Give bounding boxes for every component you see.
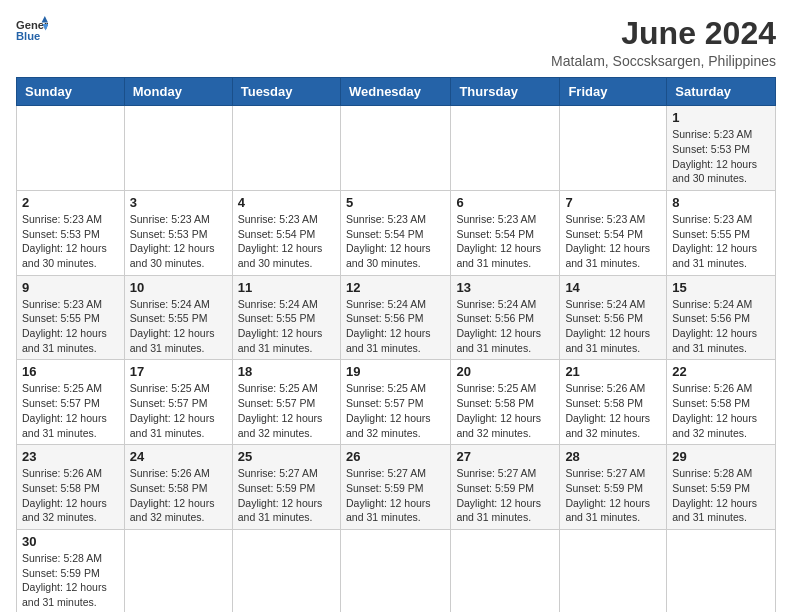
day-number: 9: [22, 280, 119, 295]
day-info: Sunrise: 5:28 AMSunset: 5:59 PMDaylight:…: [672, 466, 770, 525]
calendar-cell: [232, 529, 340, 612]
day-info: Sunrise: 5:26 AMSunset: 5:58 PMDaylight:…: [130, 466, 227, 525]
day-number: 11: [238, 280, 335, 295]
weekday-header-saturday: Saturday: [667, 78, 776, 106]
day-number: 23: [22, 449, 119, 464]
day-number: 25: [238, 449, 335, 464]
day-number: 10: [130, 280, 227, 295]
calendar-cell: 18Sunrise: 5:25 AMSunset: 5:57 PMDayligh…: [232, 360, 340, 445]
calendar-cell: 2Sunrise: 5:23 AMSunset: 5:53 PMDaylight…: [17, 190, 125, 275]
weekday-header-wednesday: Wednesday: [340, 78, 450, 106]
day-number: 17: [130, 364, 227, 379]
calendar-cell: [560, 529, 667, 612]
calendar-cell: 15Sunrise: 5:24 AMSunset: 5:56 PMDayligh…: [667, 275, 776, 360]
calendar-cell: 27Sunrise: 5:27 AMSunset: 5:59 PMDayligh…: [451, 445, 560, 530]
day-info: Sunrise: 5:25 AMSunset: 5:57 PMDaylight:…: [346, 381, 445, 440]
month-year-title: June 2024: [551, 16, 776, 51]
calendar-cell: 23Sunrise: 5:26 AMSunset: 5:58 PMDayligh…: [17, 445, 125, 530]
calendar-cell: 26Sunrise: 5:27 AMSunset: 5:59 PMDayligh…: [340, 445, 450, 530]
calendar-cell: 22Sunrise: 5:26 AMSunset: 5:58 PMDayligh…: [667, 360, 776, 445]
weekday-header-tuesday: Tuesday: [232, 78, 340, 106]
day-info: Sunrise: 5:27 AMSunset: 5:59 PMDaylight:…: [565, 466, 661, 525]
day-info: Sunrise: 5:27 AMSunset: 5:59 PMDaylight:…: [346, 466, 445, 525]
calendar-cell: 25Sunrise: 5:27 AMSunset: 5:59 PMDayligh…: [232, 445, 340, 530]
calendar-cell: 20Sunrise: 5:25 AMSunset: 5:58 PMDayligh…: [451, 360, 560, 445]
day-info: Sunrise: 5:25 AMSunset: 5:57 PMDaylight:…: [22, 381, 119, 440]
calendar-cell: 6Sunrise: 5:23 AMSunset: 5:54 PMDaylight…: [451, 190, 560, 275]
day-number: 15: [672, 280, 770, 295]
calendar-cell: 7Sunrise: 5:23 AMSunset: 5:54 PMDaylight…: [560, 190, 667, 275]
calendar-cell: [124, 106, 232, 191]
week-row-3: 9Sunrise: 5:23 AMSunset: 5:55 PMDaylight…: [17, 275, 776, 360]
day-info: Sunrise: 5:24 AMSunset: 5:56 PMDaylight:…: [456, 297, 554, 356]
week-row-2: 2Sunrise: 5:23 AMSunset: 5:53 PMDaylight…: [17, 190, 776, 275]
weekday-header-monday: Monday: [124, 78, 232, 106]
day-info: Sunrise: 5:26 AMSunset: 5:58 PMDaylight:…: [565, 381, 661, 440]
calendar-cell: 30Sunrise: 5:28 AMSunset: 5:59 PMDayligh…: [17, 529, 125, 612]
calendar-cell: 12Sunrise: 5:24 AMSunset: 5:56 PMDayligh…: [340, 275, 450, 360]
day-number: 20: [456, 364, 554, 379]
week-row-4: 16Sunrise: 5:25 AMSunset: 5:57 PMDayligh…: [17, 360, 776, 445]
calendar-cell: [451, 529, 560, 612]
day-info: Sunrise: 5:23 AMSunset: 5:53 PMDaylight:…: [130, 212, 227, 271]
day-info: Sunrise: 5:23 AMSunset: 5:54 PMDaylight:…: [346, 212, 445, 271]
week-row-1: 1Sunrise: 5:23 AMSunset: 5:53 PMDaylight…: [17, 106, 776, 191]
calendar-cell: 4Sunrise: 5:23 AMSunset: 5:54 PMDaylight…: [232, 190, 340, 275]
day-number: 14: [565, 280, 661, 295]
day-info: Sunrise: 5:24 AMSunset: 5:55 PMDaylight:…: [130, 297, 227, 356]
day-info: Sunrise: 5:23 AMSunset: 5:55 PMDaylight:…: [672, 212, 770, 271]
day-info: Sunrise: 5:24 AMSunset: 5:56 PMDaylight:…: [672, 297, 770, 356]
day-number: 3: [130, 195, 227, 210]
calendar-cell: 19Sunrise: 5:25 AMSunset: 5:57 PMDayligh…: [340, 360, 450, 445]
day-number: 16: [22, 364, 119, 379]
day-number: 4: [238, 195, 335, 210]
day-info: Sunrise: 5:23 AMSunset: 5:54 PMDaylight:…: [456, 212, 554, 271]
day-number: 21: [565, 364, 661, 379]
location-subtitle: Matalam, Soccsksargen, Philippines: [551, 53, 776, 69]
weekday-header-row: SundayMondayTuesdayWednesdayThursdayFrid…: [17, 78, 776, 106]
day-info: Sunrise: 5:23 AMSunset: 5:54 PMDaylight:…: [565, 212, 661, 271]
calendar-cell: [232, 106, 340, 191]
day-info: Sunrise: 5:27 AMSunset: 5:59 PMDaylight:…: [456, 466, 554, 525]
calendar-cell: 13Sunrise: 5:24 AMSunset: 5:56 PMDayligh…: [451, 275, 560, 360]
calendar-cell: 14Sunrise: 5:24 AMSunset: 5:56 PMDayligh…: [560, 275, 667, 360]
day-number: 7: [565, 195, 661, 210]
calendar-cell: [340, 106, 450, 191]
day-number: 22: [672, 364, 770, 379]
calendar-cell: 29Sunrise: 5:28 AMSunset: 5:59 PMDayligh…: [667, 445, 776, 530]
day-info: Sunrise: 5:28 AMSunset: 5:59 PMDaylight:…: [22, 551, 119, 610]
calendar-cell: 8Sunrise: 5:23 AMSunset: 5:55 PMDaylight…: [667, 190, 776, 275]
day-number: 13: [456, 280, 554, 295]
calendar-cell: 9Sunrise: 5:23 AMSunset: 5:55 PMDaylight…: [17, 275, 125, 360]
day-number: 19: [346, 364, 445, 379]
calendar-table: SundayMondayTuesdayWednesdayThursdayFrid…: [16, 77, 776, 612]
day-number: 27: [456, 449, 554, 464]
calendar-cell: 3Sunrise: 5:23 AMSunset: 5:53 PMDaylight…: [124, 190, 232, 275]
day-info: Sunrise: 5:25 AMSunset: 5:57 PMDaylight:…: [130, 381, 227, 440]
page-header: General Blue June 2024 Matalam, Soccsksa…: [16, 16, 776, 69]
day-number: 6: [456, 195, 554, 210]
calendar-cell: 17Sunrise: 5:25 AMSunset: 5:57 PMDayligh…: [124, 360, 232, 445]
title-area: June 2024 Matalam, Soccsksargen, Philipp…: [551, 16, 776, 69]
calendar-cell: 1Sunrise: 5:23 AMSunset: 5:53 PMDaylight…: [667, 106, 776, 191]
day-number: 18: [238, 364, 335, 379]
calendar-cell: [451, 106, 560, 191]
calendar-cell: 11Sunrise: 5:24 AMSunset: 5:55 PMDayligh…: [232, 275, 340, 360]
day-number: 2: [22, 195, 119, 210]
day-number: 5: [346, 195, 445, 210]
day-info: Sunrise: 5:23 AMSunset: 5:53 PMDaylight:…: [22, 212, 119, 271]
logo-icon: General Blue: [16, 16, 48, 44]
day-number: 30: [22, 534, 119, 549]
calendar-cell: [667, 529, 776, 612]
calendar-cell: 16Sunrise: 5:25 AMSunset: 5:57 PMDayligh…: [17, 360, 125, 445]
day-info: Sunrise: 5:27 AMSunset: 5:59 PMDaylight:…: [238, 466, 335, 525]
day-info: Sunrise: 5:24 AMSunset: 5:56 PMDaylight:…: [565, 297, 661, 356]
day-info: Sunrise: 5:23 AMSunset: 5:53 PMDaylight:…: [672, 127, 770, 186]
day-number: 29: [672, 449, 770, 464]
weekday-header-friday: Friday: [560, 78, 667, 106]
day-number: 1: [672, 110, 770, 125]
logo: General Blue: [16, 16, 48, 44]
week-row-5: 23Sunrise: 5:26 AMSunset: 5:58 PMDayligh…: [17, 445, 776, 530]
calendar-cell: 24Sunrise: 5:26 AMSunset: 5:58 PMDayligh…: [124, 445, 232, 530]
calendar-cell: [560, 106, 667, 191]
